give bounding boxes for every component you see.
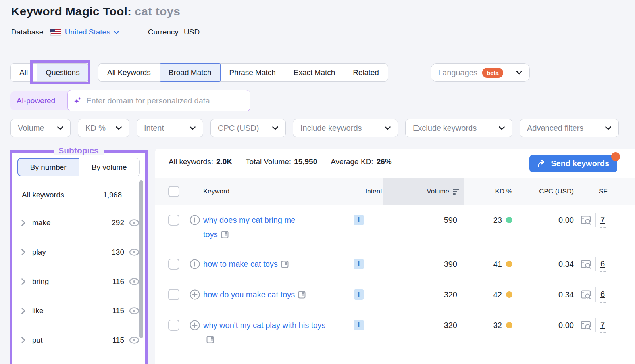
- row-checkbox[interactable]: [168, 215, 179, 226]
- intent-badge: I: [354, 259, 364, 269]
- column-cpc: CPC (USD): [522, 188, 580, 195]
- page-title: Keyword Magic Tool:cat toys: [11, 5, 180, 18]
- eye-icon[interactable]: [129, 219, 139, 226]
- subtopic-item-put[interactable]: put 115: [12, 326, 145, 355]
- tab-related[interactable]: Related: [344, 63, 388, 82]
- keyword-link[interactable]: why won't my cat play with his toys: [203, 318, 327, 347]
- chevron-right-icon[interactable]: [21, 249, 26, 256]
- chevron-down-icon: [190, 126, 196, 130]
- results-card: All keywords:2.0K Total Volume:15,950 Av…: [155, 149, 635, 364]
- eye-icon[interactable]: [129, 249, 139, 256]
- divider: [595, 213, 596, 227]
- subtopic-count: 115: [112, 307, 124, 315]
- all-keywords-row[interactable]: All keywords 1,968: [12, 182, 145, 208]
- sf-count[interactable]: 6: [600, 287, 606, 303]
- column-volume[interactable]: Volume: [383, 178, 464, 205]
- volume-filter[interactable]: Volume: [10, 119, 71, 137]
- average-kd-value: 26%: [377, 157, 392, 166]
- subtopic-count: 130: [112, 248, 124, 257]
- by-volume-button[interactable]: By volume: [79, 158, 140, 176]
- serp-analysis-icon[interactable]: [580, 320, 591, 330]
- cpc-value: 0.34: [558, 257, 574, 271]
- chevron-down-icon: [114, 31, 119, 34]
- sparkles-icon: [73, 96, 82, 105]
- scrollbar-thumb[interactable]: [139, 180, 143, 338]
- divider: [595, 318, 596, 332]
- advanced-filters[interactable]: Advanced filters: [520, 119, 619, 137]
- chevron-down-icon: [499, 126, 505, 130]
- serp-analysis-icon[interactable]: [580, 290, 591, 300]
- serp-analysis-icon[interactable]: [580, 259, 591, 269]
- languages-dropdown[interactable]: Languages beta: [431, 63, 530, 82]
- subtopic-label: put: [32, 336, 42, 345]
- serp-snapshot-icon[interactable]: [206, 336, 214, 343]
- keyword-link[interactable]: why does my cat bring me toys: [203, 213, 307, 241]
- tab-questions[interactable]: Questions: [37, 63, 89, 82]
- sf-count[interactable]: 6: [600, 257, 606, 272]
- cpc-filter[interactable]: CPC (USD): [210, 119, 286, 137]
- chevron-right-icon[interactable]: [21, 278, 26, 285]
- add-to-list-icon[interactable]: [190, 289, 200, 300]
- average-kd-label: Average KD:: [331, 157, 373, 166]
- eye-icon[interactable]: [129, 278, 139, 285]
- subtopic-item-like[interactable]: like 115: [12, 296, 145, 326]
- kd-value: 23: [493, 213, 502, 227]
- match-type-tabs: All Keywords Broad Match Phrase Match Ex…: [98, 63, 388, 82]
- search-query: cat toys: [135, 5, 180, 18]
- chevron-right-icon[interactable]: [21, 337, 26, 344]
- keyword-link[interactable]: how do you make cat toys: [203, 287, 306, 302]
- include-keywords-filter[interactable]: Include keywords: [293, 119, 398, 137]
- currency-label: Currency:: [148, 28, 181, 36]
- subtopic-count: 115: [112, 336, 124, 345]
- beta-badge: beta: [482, 68, 503, 78]
- volume-value: 320: [444, 287, 457, 302]
- chevron-right-icon[interactable]: [21, 219, 26, 226]
- all-keywords-count: 1,968: [103, 191, 122, 199]
- exclude-keywords-filter[interactable]: Exclude keywords: [405, 119, 512, 137]
- serp-snapshot-icon[interactable]: [298, 291, 306, 299]
- serp-snapshot-icon[interactable]: [221, 231, 229, 238]
- intent-filter[interactable]: Intent: [137, 119, 203, 137]
- subtopic-item-play[interactable]: play 130: [12, 238, 145, 267]
- add-to-list-icon[interactable]: [190, 215, 200, 225]
- intent-badge: I: [354, 289, 364, 300]
- subtopic-count: 116: [112, 277, 124, 286]
- serp-snapshot-icon[interactable]: [281, 261, 289, 268]
- tab-phrase-match[interactable]: Phrase Match: [220, 63, 285, 82]
- domain-input[interactable]: [86, 96, 244, 105]
- row-checkbox[interactable]: [168, 259, 179, 270]
- keyword-link[interactable]: how to make cat toys: [203, 257, 289, 271]
- table-row: how do you make cat toys I 320 42 0.34 6: [155, 280, 635, 310]
- chevron-right-icon[interactable]: [21, 307, 26, 314]
- serp-analysis-icon[interactable]: [580, 215, 591, 225]
- sf-count[interactable]: 7: [600, 318, 606, 333]
- tab-exact-match[interactable]: Exact Match: [285, 63, 344, 82]
- notification-dot: [611, 152, 620, 161]
- volume-value: 320: [444, 318, 457, 332]
- row-checkbox[interactable]: [168, 289, 179, 300]
- tab-all[interactable]: All: [10, 63, 37, 82]
- subtopic-item-bring[interactable]: bring 116: [12, 267, 145, 296]
- add-to-list-icon[interactable]: [190, 320, 200, 330]
- subtopic-label: play: [32, 248, 46, 257]
- kd-value: 41: [493, 257, 502, 271]
- kd-filter[interactable]: KD %: [78, 119, 129, 137]
- chevron-down-icon: [57, 126, 63, 130]
- database-bar: Database: United States Currency: USD: [11, 28, 200, 36]
- row-checkbox[interactable]: [168, 320, 179, 331]
- send-keywords-button[interactable]: Send keywords: [529, 155, 617, 172]
- by-number-button[interactable]: By number: [17, 158, 79, 176]
- subtopic-item-make[interactable]: make 292: [12, 208, 145, 238]
- eye-icon[interactable]: [129, 307, 139, 314]
- all-keywords-label: All keywords: [22, 191, 64, 199]
- eye-icon[interactable]: [129, 337, 139, 344]
- select-all-checkbox[interactable]: [168, 186, 179, 197]
- tab-broad-match[interactable]: Broad Match: [160, 63, 221, 82]
- sort-descending-icon[interactable]: [453, 189, 459, 195]
- add-to-list-icon[interactable]: [190, 259, 200, 269]
- chevron-down-icon: [516, 71, 522, 75]
- database-selector[interactable]: United States: [65, 28, 119, 36]
- tab-all-keywords[interactable]: All Keywords: [98, 63, 160, 82]
- sf-count[interactable]: 7: [600, 213, 606, 228]
- subtopic-label: bring: [32, 277, 49, 286]
